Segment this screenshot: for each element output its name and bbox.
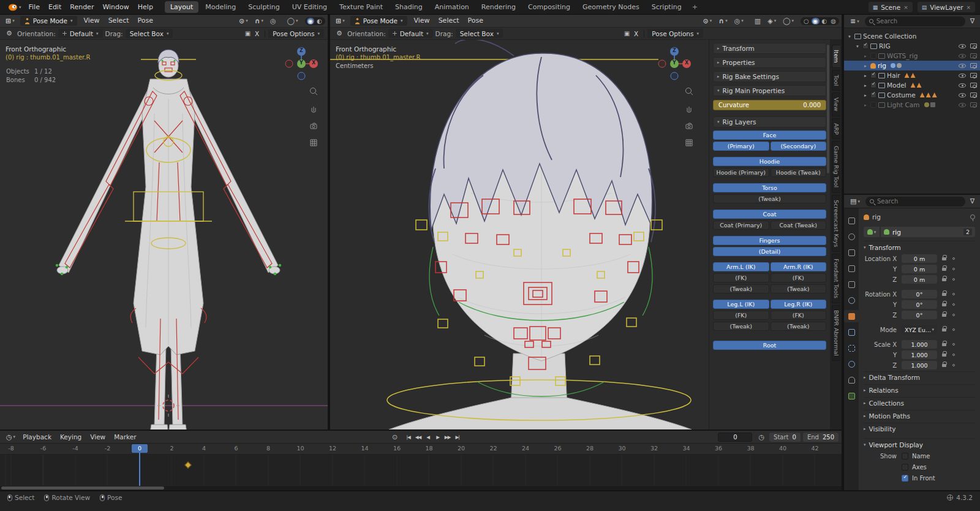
animate-decorator-icon[interactable] <box>952 257 955 260</box>
filter-icon[interactable]: ∇ <box>968 17 977 25</box>
rig-layer-button[interactable]: (Detail) <box>713 247 826 256</box>
rig-layer-button[interactable]: (Secondary) <box>771 142 827 151</box>
disable-render-icon[interactable] <box>970 44 977 48</box>
viewport-menu-item[interactable]: Select <box>104 15 134 27</box>
workspace-tab[interactable]: Modeling <box>200 1 241 13</box>
menu-item[interactable]: Window <box>98 0 133 14</box>
sidebar-tab[interactable]: Item <box>832 45 840 68</box>
lock-icon[interactable] <box>942 343 946 346</box>
disable-render-icon[interactable] <box>970 93 977 97</box>
viewport-display-panel-header[interactable]: ▾Viewport Display <box>864 438 975 450</box>
shading-solid-icon[interactable]: ◉ <box>307 18 315 25</box>
viewlayer-selector[interactable]: ▤ViewLayer× <box>918 2 975 12</box>
workspace-tab[interactable]: UV Editing <box>287 1 333 13</box>
orientation-select[interactable]: Default▾ <box>388 29 433 38</box>
xray-toggle-icon[interactable]: ▥ <box>752 17 763 25</box>
tool-settings-icon[interactable]: ⚙ <box>334 29 345 37</box>
outliner-item-label[interactable]: RIG <box>879 42 891 50</box>
expand-caret-icon[interactable]: ▾ <box>846 34 853 39</box>
blender-menu-button[interactable]: ▾ <box>5 4 24 11</box>
checkbox[interactable] <box>902 453 908 460</box>
menu-item[interactable]: Edit <box>44 0 66 14</box>
rig-layer-button[interactable]: (FK) <box>713 311 769 320</box>
navigation-gizmo[interactable]: Z X Y <box>283 45 320 82</box>
snap-magnet-icon[interactable]: ∩▾ <box>716 17 729 25</box>
properties-tab[interactable] <box>844 390 859 402</box>
jump-to-prev-keyframe-button[interactable]: ◀◀ <box>413 433 423 441</box>
collection-checkbox[interactable] <box>870 82 876 88</box>
auto-keying-icon[interactable]: ⊙ <box>390 433 400 441</box>
field-value[interactable]: 1.000▾ <box>902 350 937 359</box>
animate-decorator-icon[interactable] <box>952 293 955 295</box>
mirror-axes-icon[interactable]: ▣ <box>622 30 631 37</box>
editor-type-icon[interactable]: ◷▾ <box>3 433 18 441</box>
field-value[interactable]: 0°▾ <box>902 290 937 298</box>
overlays-dropdown-icon[interactable]: ◯▾ <box>285 17 301 25</box>
checkbox[interactable] <box>902 475 908 482</box>
rig-layer-button[interactable]: Arm.L (IK) <box>713 262 769 271</box>
collection-checkbox[interactable] <box>870 53 876 59</box>
rig-layer-button[interactable]: (FK) <box>713 273 769 282</box>
shading-wireframe-icon[interactable]: ○ <box>802 18 810 25</box>
disable-render-icon[interactable] <box>970 63 977 68</box>
lock-icon[interactable] <box>942 278 946 281</box>
remove-icon[interactable]: × <box>966 4 971 10</box>
jump-to-start-button[interactable]: |◀ <box>404 433 413 441</box>
hide-eye-icon[interactable] <box>959 64 966 68</box>
axis-y-ball[interactable]: Y <box>673 60 676 66</box>
workspace-tab[interactable]: + <box>688 1 701 13</box>
expand-caret-icon[interactable]: ▾ <box>854 44 861 49</box>
jump-to-next-keyframe-button[interactable]: ▶▶ <box>443 433 452 441</box>
properties-tab[interactable] <box>844 342 859 354</box>
rig-layer-button[interactable]: (FK) <box>771 273 827 282</box>
camera-view-icon[interactable] <box>309 121 318 132</box>
pose-options-dropdown[interactable]: Pose Options▾ <box>268 29 324 38</box>
animate-decorator-icon[interactable] <box>952 343 955 346</box>
scene-selector[interactable]: ▦Scene× <box>869 2 913 12</box>
outliner-item-label[interactable]: Hair <box>887 72 900 79</box>
menu-item[interactable]: Render <box>66 0 98 14</box>
proportional-edit-icon[interactable]: ◎ <box>268 17 279 25</box>
viewport-menu-item[interactable]: Pose <box>134 15 157 27</box>
shading-material-icon[interactable]: ◐ <box>821 18 829 25</box>
viewport-menu-item[interactable]: Pose <box>464 15 488 27</box>
outliner-row[interactable]: ▸ Costume <box>844 90 980 100</box>
animate-decorator-icon[interactable] <box>952 278 955 281</box>
camera-view-icon[interactable] <box>684 121 694 132</box>
outliner-item-label[interactable]: Model <box>887 81 907 89</box>
properties-tab[interactable] <box>844 326 859 338</box>
drag-select[interactable]: Select Box▾ <box>126 29 173 38</box>
sidebar-tab[interactable]: ARP <box>832 118 840 140</box>
search-input[interactable] <box>877 198 961 205</box>
mirror-x-toggle[interactable]: X <box>631 30 641 37</box>
panel-header[interactable]: ▸Visibility <box>864 423 975 434</box>
workspace-tab[interactable]: Sculpting <box>243 1 285 13</box>
collection-checkbox[interactable] <box>870 72 876 78</box>
properties-tab[interactable] <box>844 310 859 322</box>
zoom-tool-icon[interactable] <box>684 86 694 98</box>
rig-layer-button[interactable]: (Tweak) <box>713 284 769 293</box>
rig-layer-button[interactable]: Coat <box>713 210 826 219</box>
field-value[interactable]: 0°▾ <box>902 300 937 309</box>
checkbox[interactable] <box>902 464 908 471</box>
rig-layer-button[interactable]: Leg.R (IK) <box>771 300 827 309</box>
lock-icon[interactable] <box>942 364 946 367</box>
expand-caret-icon[interactable]: ▸ <box>862 83 869 88</box>
rig-layer-button[interactable]: Arm.R (IK) <box>771 262 827 271</box>
editor-type-icon[interactable]: ▤▾ <box>847 197 863 205</box>
filter-icon[interactable]: ∇ <box>968 197 977 205</box>
overlays-dropdown-icon[interactable]: ◯▾ <box>780 17 796 25</box>
pose-options-dropdown[interactable]: Pose Options▾ <box>647 29 703 38</box>
rig-layer-button[interactable]: Root <box>713 341 826 350</box>
lock-icon[interactable] <box>942 314 946 317</box>
workspace-tab[interactable]: Scripting <box>646 1 687 13</box>
animate-decorator-icon[interactable] <box>952 354 955 356</box>
mode-select[interactable]: Pose Mode▾ <box>20 16 77 26</box>
lock-icon[interactable] <box>942 257 946 260</box>
timeline-menu-item[interactable]: View <box>86 431 110 443</box>
animate-decorator-icon[interactable] <box>952 303 955 306</box>
animate-decorator-icon[interactable] <box>952 314 955 316</box>
outliner-item-label[interactable]: Light Cam <box>887 101 920 108</box>
outliner-row[interactable]: ▾ RIG <box>844 41 980 51</box>
sidebar-tab[interactable]: Tool <box>832 70 840 91</box>
